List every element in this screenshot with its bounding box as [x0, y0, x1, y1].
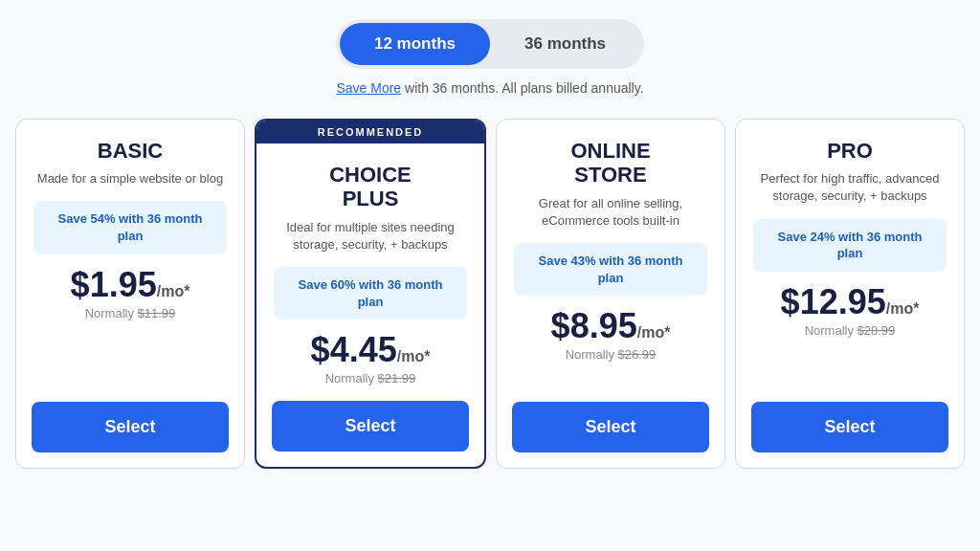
card-body: ONLINESTORE Great for all online selling…: [497, 120, 724, 402]
plan-price-online-store: $8.95/mo*: [551, 309, 671, 343]
billing-toggle: 12 months 36 months: [336, 19, 644, 69]
price-suffix-choice-plus: /mo*: [397, 348, 431, 364]
select-button-pro[interactable]: Select: [751, 402, 948, 452]
select-button-choice-plus[interactable]: Select: [272, 401, 469, 452]
strikethrough-price-choice-plus: $21.99: [378, 371, 416, 386]
recommended-badge: RECOMMENDED: [256, 121, 484, 143]
select-wrapper-online-store: Select: [497, 402, 724, 452]
price-suffix-pro: /mo*: [886, 300, 920, 317]
plan-desc-pro: Perfect for high traffic, advanced stora…: [753, 170, 947, 205]
subtitle-text: Save More with 36 months. All plans bill…: [336, 80, 643, 96]
plan-name-basic: BASIC: [98, 139, 163, 163]
plan-normal-price-choice-plus: Normally $21.99: [325, 371, 416, 386]
save-badge-basic: Save 54% with 36 month plan: [33, 201, 227, 253]
price-suffix-online-store: /mo*: [637, 324, 671, 341]
save-badge-pro: Save 24% with 36 month plan: [753, 219, 947, 272]
select-wrapper-basic: Select: [16, 402, 244, 452]
plan-desc-basic: Made for a simple website or blog: [37, 170, 223, 187]
plan-price-choice-plus: $4.45/mo*: [311, 333, 431, 367]
plan-price-basic: $1.95/mo*: [71, 268, 190, 302]
card-body: CHOICEPLUS Ideal for multiple sites need…: [256, 143, 484, 401]
price-suffix-basic: /mo*: [157, 283, 190, 299]
plan-card-basic: BASIC Made for a simple website or blog …: [15, 119, 245, 469]
plan-desc-online-store: Great for all online selling, eCommerce …: [514, 195, 707, 230]
plan-normal-price-pro: Normally $28.99: [805, 323, 896, 338]
plan-card-pro: PRO Perfect for high traffic, advanced s…: [735, 119, 965, 469]
plan-normal-price-basic: Normally $11.99: [85, 306, 176, 320]
save-more-link[interactable]: Save More: [336, 80, 401, 96]
select-wrapper-pro: Select: [736, 402, 964, 452]
plan-normal-price-online-store: Normally $26.99: [566, 347, 657, 362]
card-body: PRO Perfect for high traffic, advanced s…: [736, 120, 964, 402]
select-button-online-store[interactable]: Select: [512, 402, 709, 452]
plan-price-pro: $12.95/mo*: [781, 285, 920, 320]
select-wrapper-choice-plus: Select: [256, 401, 484, 452]
plan-desc-choice-plus: Ideal for multiple sites needing storage…: [274, 219, 467, 253]
save-badge-choice-plus: Save 60% with 36 month plan: [274, 267, 467, 320]
toggle-12months[interactable]: 12 months: [340, 23, 490, 65]
plans-container: BASIC Made for a simple website or blog …: [15, 119, 965, 469]
plan-card-online-store: ONLINESTORE Great for all online selling…: [496, 119, 725, 469]
plan-name-choice-plus: CHOICEPLUS: [329, 163, 412, 211]
select-button-basic[interactable]: Select: [32, 402, 229, 452]
strikethrough-price-pro: $28.99: [858, 323, 896, 338]
plan-name-online-store: ONLINESTORE: [570, 139, 650, 187]
toggle-36months[interactable]: 36 months: [490, 23, 640, 65]
strikethrough-price-online-store: $26.99: [618, 347, 657, 362]
plan-card-choice-plus: RECOMMENDED CHOICEPLUS Ideal for multipl…: [255, 119, 486, 469]
strikethrough-price-basic: $11.99: [138, 306, 176, 320]
save-badge-online-store: Save 43% with 36 month plan: [514, 243, 707, 296]
plan-name-pro: PRO: [827, 139, 873, 163]
card-body: BASIC Made for a simple website or blog …: [16, 120, 244, 402]
